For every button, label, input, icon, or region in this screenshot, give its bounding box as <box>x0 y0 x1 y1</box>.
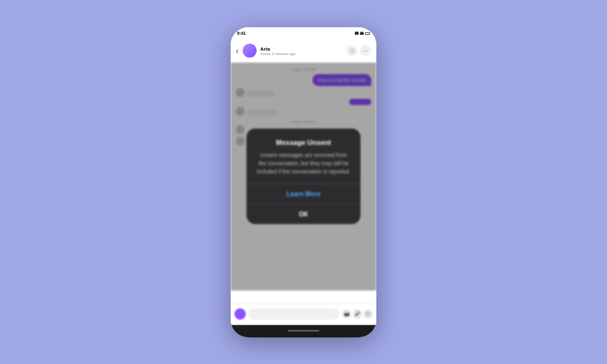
input-avatar <box>234 308 246 320</box>
page-background: 9:41 ‹ Aria Active 3 minutes ago ⬡ ⋯ Tod… <box>0 0 607 364</box>
phone-frame: 9:41 ‹ Aria Active 3 minutes ago ⬡ ⋯ Tod… <box>231 27 376 337</box>
battery-icon <box>365 32 370 35</box>
status-icons <box>355 32 370 35</box>
home-indicator-bar <box>231 325 376 337</box>
signal-icon <box>355 32 359 35</box>
sticker-icon[interactable]: ✏ <box>364 310 373 318</box>
status-bar: 9:41 <box>231 27 376 40</box>
input-bar: 📷 🎤 ✏ <box>231 303 376 325</box>
modal-message: Unsent messages are removed from the con… <box>257 151 350 175</box>
wifi-icon <box>360 32 364 35</box>
contact-name: Aria <box>260 46 342 52</box>
input-icons: 📷 🎤 ✏ <box>342 310 373 318</box>
camera-icon[interactable]: 📷 <box>342 310 351 318</box>
chat-area: Today 2:41 AM okay is a starfish outside… <box>231 63 376 303</box>
nav-bar: ‹ Aria Active 3 minutes ago ⬡ ⋯ <box>231 40 376 63</box>
learn-more-button[interactable]: Learn More <box>246 184 361 204</box>
mic-icon[interactable]: 🎤 <box>353 310 362 318</box>
contact-info: Aria Active 3 minutes ago <box>260 46 342 56</box>
modal-body: Message Unsent Unsent messages are remov… <box>246 129 361 183</box>
message-input[interactable] <box>248 308 340 320</box>
ok-button[interactable]: OK <box>246 204 361 224</box>
more-options-button[interactable]: ⋯ <box>360 45 371 56</box>
back-icon[interactable]: ‹ <box>236 46 239 56</box>
modal-dialog: Message Unsent Unsent messages are remov… <box>246 129 361 223</box>
nav-actions: ⬡ ⋯ <box>346 45 371 56</box>
modal-overlay: Message Unsent Unsent messages are remov… <box>231 63 376 291</box>
contact-avatar <box>243 44 257 58</box>
status-time: 9:41 <box>237 31 246 35</box>
video-call-button[interactable]: ⬡ <box>346 45 357 56</box>
home-indicator <box>288 330 319 332</box>
modal-title: Message Unsent <box>257 139 350 146</box>
contact-status: Active 3 minutes ago <box>260 52 342 56</box>
